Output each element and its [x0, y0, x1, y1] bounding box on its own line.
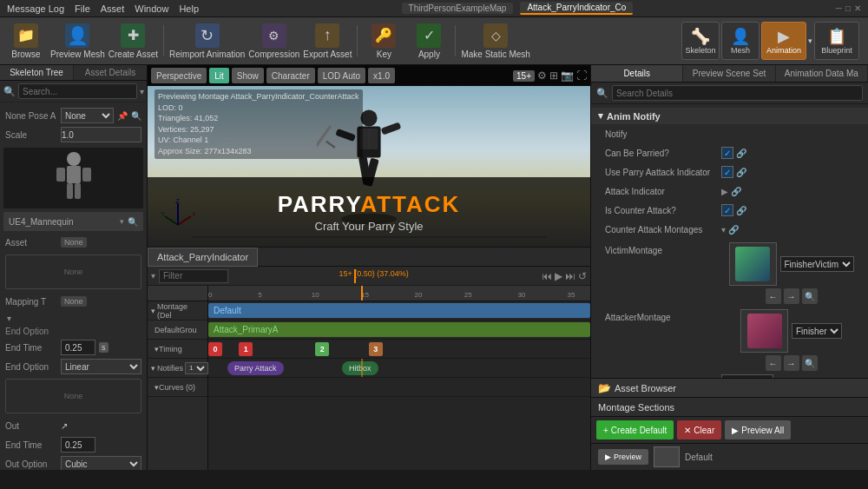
- menu-help[interactable]: Help: [179, 3, 199, 14]
- out-arrow-icon: ↗: [61, 421, 68, 431]
- is-counter-link-icon[interactable]: 🔗: [736, 206, 746, 215]
- expand-arrow-down[interactable]: ▾: [7, 314, 11, 323]
- viewport-settings-icon[interactable]: ⚙: [537, 69, 547, 82]
- end-time-input[interactable]: [61, 340, 95, 355]
- use-parry-row: Use Parry Aattack Indicator 🔗: [591, 162, 868, 182]
- svg-rect-3: [82, 168, 91, 182]
- blueprint-mode-btn[interactable]: 📋 Blueprint: [814, 22, 859, 60]
- create-asset-button[interactable]: ✚ Create Asset: [108, 20, 158, 62]
- viewport-camera-icon[interactable]: 📷: [561, 69, 574, 82]
- apply-button[interactable]: ✓ Apply: [408, 20, 450, 62]
- attacker-forward-btn[interactable]: →: [784, 355, 799, 371]
- browse-button[interactable]: 📁 Browse: [5, 20, 47, 62]
- viewport-layout-icon[interactable]: ⊞: [549, 69, 558, 82]
- pin-icon[interactable]: 📌: [117, 111, 128, 121]
- out-label: Out: [5, 421, 57, 431]
- counter-montages-expand[interactable]: ▾: [721, 225, 726, 235]
- reimport-button[interactable]: ↻ Reimport Animation: [169, 20, 245, 62]
- perspective-btn[interactable]: Perspective: [151, 68, 207, 83]
- scale-input[interactable]: [61, 127, 141, 142]
- play-btn[interactable]: ▶: [555, 270, 562, 282]
- timing-badge-1[interactable]: 1: [239, 342, 253, 356]
- section-collapse-icon[interactable]: ▾: [598, 110, 603, 122]
- victim-browse-btn[interactable]: ←: [766, 288, 781, 304]
- scale-btn[interactable]: x1.0: [368, 68, 395, 83]
- preview-button[interactable]: ▶ Preview: [598, 449, 648, 465]
- victim-montage-dropdown[interactable]: FinisherVictim: [780, 256, 854, 272]
- tab-details[interactable]: Details: [591, 65, 683, 82]
- anim-expand-arrow[interactable]: ▾: [808, 36, 812, 45]
- timing-badge-2[interactable]: 2: [315, 342, 329, 356]
- attack-indicator-row: Attack Indicator ▶ 🔗: [591, 182, 868, 201]
- can-be-parried-checkbox[interactable]: [721, 147, 733, 159]
- tab-attack-parry[interactable]: Attack_ParryIndicator_Co: [520, 2, 633, 15]
- play-start-btn[interactable]: ⏮: [542, 270, 552, 282]
- details-search-input[interactable]: [612, 85, 863, 101]
- window-close[interactable]: ✕: [854, 3, 861, 13]
- clear-button[interactable]: ✕ Clear: [677, 420, 721, 439]
- mesh-expand-icon[interactable]: ▾: [120, 217, 124, 226]
- montage-track: Default: [208, 301, 590, 320]
- tab-skeleton-tree[interactable]: Skeleton Tree: [0, 65, 74, 80]
- primary-a-segment[interactable]: Attack_PrimaryA: [208, 322, 590, 337]
- use-parry-link-icon[interactable]: 🔗: [736, 168, 746, 177]
- search-small-icon[interactable]: 🔍: [131, 111, 141, 121]
- is-counter-checkbox[interactable]: [721, 204, 733, 216]
- loop-btn[interactable]: ↺: [578, 270, 587, 282]
- tab-asset-details[interactable]: Asset Details: [74, 65, 147, 80]
- timing-badge-3[interactable]: 3: [369, 342, 383, 356]
- key-button[interactable]: 🔑 Key: [363, 20, 404, 62]
- timeline-tab[interactable]: Attack_ParryIndicator: [148, 248, 258, 267]
- mesh-mode-btn[interactable]: 👤 Mesh: [721, 22, 760, 60]
- menu-file[interactable]: File: [75, 3, 90, 14]
- window-minimize[interactable]: ─: [836, 3, 842, 13]
- tab-third-person-map[interactable]: ThirdPersonExampleMap: [402, 3, 514, 14]
- victim-search-btn[interactable]: 🔍: [802, 288, 818, 304]
- victim-forward-btn[interactable]: →: [784, 288, 799, 304]
- window-maximize[interactable]: □: [845, 3, 851, 13]
- mesh-search-icon[interactable]: 🔍: [128, 217, 138, 227]
- timeline-filter-input[interactable]: [159, 269, 228, 283]
- notifies-dropdown[interactable]: 1: [185, 362, 208, 374]
- viewport-toolbar: Perspective Lit Show Character LOD Auto …: [148, 65, 590, 86]
- tab-preview-scene[interactable]: Preview Scene Set: [683, 65, 775, 82]
- tab-anim-data[interactable]: Animation Data Ma: [776, 65, 868, 82]
- skeleton-search-input[interactable]: [18, 83, 137, 99]
- bone-pose-dropdown[interactable]: None: [61, 108, 114, 123]
- preview-mesh-button[interactable]: 👤 Preview Mesh: [50, 20, 105, 62]
- mesh-preview: [3, 148, 143, 208]
- out-time-input[interactable]: [61, 437, 95, 453]
- compression-button[interactable]: ⚙ Compression: [248, 20, 299, 62]
- out-option-dropdown[interactable]: Cubic: [61, 456, 141, 470]
- attack-indicator-link-icon[interactable]: 🔗: [731, 187, 741, 196]
- menu-window[interactable]: Window: [135, 3, 168, 14]
- menu-asset[interactable]: Asset: [101, 3, 125, 14]
- skeleton-mode-btn[interactable]: 🦴 Skeleton: [681, 22, 720, 60]
- hitbox-notify-chip[interactable]: Hitbox: [342, 361, 378, 375]
- can-be-parried-link-icon[interactable]: 🔗: [736, 149, 746, 158]
- attacker-montage-dropdown[interactable]: Finisher: [792, 323, 842, 339]
- create-default-button[interactable]: + Create Default: [596, 420, 674, 439]
- play-end-btn[interactable]: ⏭: [565, 270, 575, 282]
- preview-all-button[interactable]: ▶ Preview All: [725, 420, 791, 439]
- attacker-search-btn[interactable]: 🔍: [802, 355, 818, 371]
- character-btn[interactable]: Character: [266, 68, 315, 83]
- attacker-browse-btn[interactable]: ←: [766, 355, 781, 371]
- parry-notify-chip[interactable]: Parry Attack: [227, 361, 284, 375]
- timing-badge-0[interactable]: 0: [208, 342, 222, 356]
- animation-mode-btn[interactable]: ▶ Animation: [761, 22, 806, 60]
- filter-btn[interactable]: ▾: [140, 87, 144, 96]
- export-button[interactable]: ↑ Export Asset: [303, 20, 352, 62]
- lod-btn[interactable]: LOD Auto: [318, 68, 365, 83]
- viewport-fullscreen-icon[interactable]: ⛶: [576, 69, 587, 82]
- attack-indicator-expand[interactable]: ▶: [721, 187, 728, 196]
- counter-montages-link-icon[interactable]: 🔗: [728, 225, 739, 235]
- menu-message-log[interactable]: Message Log: [7, 3, 64, 14]
- make-static-button[interactable]: ◇ Make Static Mesh: [461, 20, 529, 62]
- default-segment[interactable]: Default: [208, 303, 590, 318]
- show-btn[interactable]: Show: [232, 68, 264, 83]
- lit-btn[interactable]: Lit: [209, 68, 229, 83]
- asset-browser-icon: 📂: [598, 382, 611, 394]
- use-parry-checkbox[interactable]: [721, 166, 733, 178]
- option-dropdown[interactable]: Linear: [61, 359, 141, 374]
